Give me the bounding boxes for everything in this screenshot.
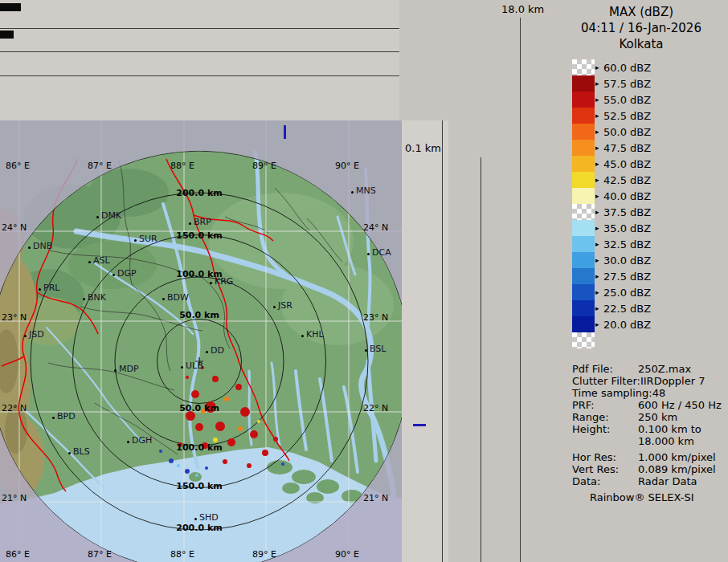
legend-row: ▸57.5 dBZ <box>572 75 651 92</box>
station-dot-icon <box>194 518 197 520</box>
station-dot-icon <box>68 452 71 454</box>
legend-arrow-icon: ▸ <box>595 316 603 332</box>
station-dot-icon <box>83 298 85 300</box>
legend-label: 37.5 dBZ <box>603 206 651 218</box>
legend-arrow-icon: ▸ <box>595 220 603 236</box>
legend-arrow-icon: ▸ <box>595 108 603 124</box>
legend-swatch <box>572 236 595 252</box>
range-ring-label: 100.0 km <box>176 442 222 453</box>
legend-swatch <box>572 204 595 220</box>
info-value: 0.100 km to <box>638 423 701 435</box>
station-dot-icon <box>134 239 137 242</box>
range-ring-label: 200.0 km <box>176 523 222 533</box>
info-label: Time sampling: <box>572 387 652 399</box>
info-label: Pdf File: <box>572 363 638 375</box>
station-code: DGH <box>132 435 152 446</box>
lon-label: 87° E <box>88 549 112 560</box>
top-projection-panel <box>0 0 399 120</box>
clipped-axis-label <box>0 3 21 11</box>
station-code: DMK <box>101 210 121 221</box>
legend-row: ▸60.0 dBZ <box>572 59 651 75</box>
legend-label: 42.5 dBZ <box>603 174 651 186</box>
station-code: BNK <box>88 292 106 303</box>
legend-arrow-icon: ▸ <box>595 188 603 204</box>
legend-label: 35.0 dBZ <box>603 222 651 234</box>
station-dot-icon <box>365 349 367 352</box>
legend-arrow-icon: ▸ <box>595 59 603 75</box>
station-dot-icon <box>24 335 27 337</box>
map-panel: 86° E 87° E 88° E 89° E 90° E 86° E 87° … <box>0 120 402 562</box>
legend-label: 50.0 dBZ <box>603 126 651 138</box>
info-row: Pdf File:250Z.max <box>572 363 725 375</box>
station-code: SUR <box>139 234 157 244</box>
info-row: Data:Radar Data <box>572 475 725 487</box>
legend-label: 47.5 dBZ <box>603 142 651 154</box>
legend-arrow-icon: ▸ <box>595 140 603 156</box>
info-value: Radar Data <box>638 475 697 487</box>
legend-row: ▸42.5 dBZ <box>572 172 651 188</box>
legend-swatch <box>572 268 595 284</box>
lon-label: 88° E <box>170 549 194 560</box>
legend-row: ▸27.5 dBZ <box>572 268 651 284</box>
lon-label: 89° E <box>252 549 276 560</box>
info-row: Hor Res:1.000 km/pixel <box>572 451 725 463</box>
legend-row: ▸25.0 dBZ <box>572 284 651 300</box>
station-code: PRL <box>43 283 59 293</box>
range-ring-label: 50.0 km <box>179 310 219 320</box>
legend-arrow-icon: ▸ <box>595 300 603 316</box>
legend-label: 45.0 dBZ <box>603 158 651 170</box>
legend-swatch <box>572 284 595 300</box>
station-code: DCA <box>372 247 391 258</box>
legend-swatch <box>572 172 595 188</box>
legend-row: ▸32.5 dBZ <box>572 236 651 252</box>
legend-row: ▸52.5 dBZ <box>572 108 651 124</box>
info-label: PRF: <box>572 399 638 411</box>
projection-echo-mark <box>284 125 286 139</box>
height-axis-max-label: 18.0 km <box>501 3 544 15</box>
height-gridline <box>481 157 481 562</box>
station-dot-icon <box>273 306 276 308</box>
station-dot-icon <box>39 288 41 291</box>
station-code: DD <box>211 345 224 356</box>
legend-swatch <box>572 300 595 316</box>
lon-label: 89° E <box>252 161 276 171</box>
station-code: KHL <box>306 329 324 340</box>
info-value: 48 <box>652 387 666 399</box>
lat-label: 24° N <box>2 222 27 233</box>
legend-label: 60.0 dBZ <box>603 62 651 74</box>
legend-swatch <box>572 316 595 332</box>
lon-label: 90° E <box>335 549 359 560</box>
legend-arrow-icon: ▸ <box>595 268 603 284</box>
station-dot-icon <box>162 298 165 300</box>
station-dot-icon <box>206 351 208 353</box>
station-dot-icon <box>351 191 354 193</box>
station-dot-icon <box>114 369 117 372</box>
legend-label: 27.5 dBZ <box>603 271 651 283</box>
legend-row: ▸20.0 dBZ <box>572 316 651 332</box>
info-value: 250Z.max <box>638 363 691 375</box>
legend-label: 22.5 dBZ <box>603 303 651 315</box>
legend-row: ▸47.5 dBZ <box>572 140 651 156</box>
legend-arrow-icon: ▸ <box>595 172 603 188</box>
station-dot-icon <box>301 335 304 337</box>
legend-label: 57.5 dBZ <box>603 78 651 90</box>
legend-row: ▸35.0 dBZ <box>572 220 651 236</box>
legend-swatch <box>572 124 595 140</box>
station-code: JSD <box>29 329 44 340</box>
info-row: PRF:600 Hz / 450 Hz <box>572 399 725 411</box>
lat-label: 21° N <box>2 493 27 503</box>
legend-swatch <box>572 59 595 75</box>
station-code: BPD <box>57 411 76 422</box>
info-label: Vert Res: <box>572 463 638 475</box>
station-code: DGP <box>117 268 137 279</box>
station-dot-icon <box>52 417 55 419</box>
legend-row: ▸40.0 dBZ <box>572 188 651 204</box>
lat-label: 24° N <box>363 222 388 233</box>
station-dot-icon <box>189 222 191 225</box>
legend-arrow-icon: ▸ <box>595 204 603 220</box>
height-gridline <box>0 28 399 29</box>
info-label: Hor Res: <box>572 451 638 463</box>
station-dot-icon <box>96 216 99 218</box>
legend-row: ▸55.0 dBZ <box>572 92 651 108</box>
station-code: ULB <box>186 360 203 371</box>
